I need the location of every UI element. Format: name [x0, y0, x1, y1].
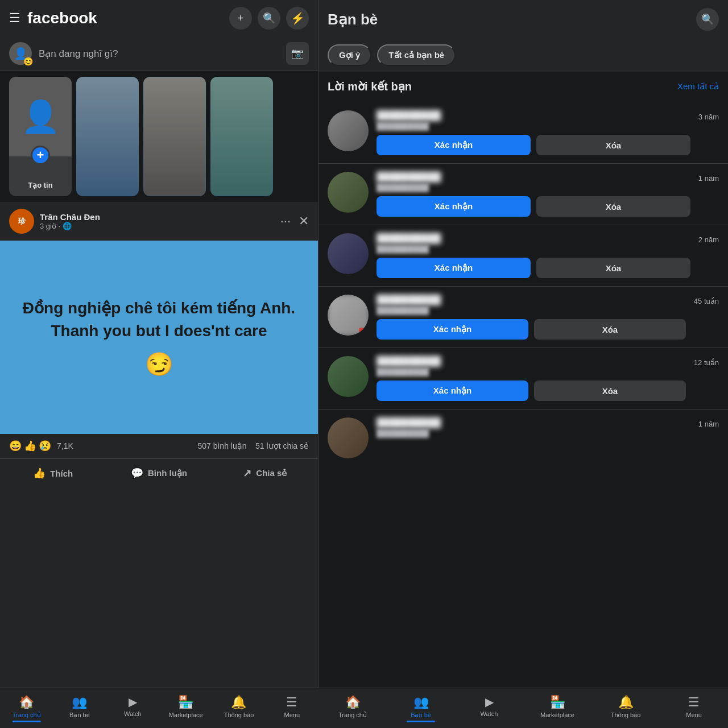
friend-buttons-4: Xác nhận Xóa — [377, 319, 686, 340]
haha-reaction-icon: 😄 — [9, 440, 22, 452]
friend-name-3: ██████████ — [377, 233, 690, 243]
nav-home[interactable]: 🏠 Trang chủ — [0, 692, 53, 722]
add-button[interactable]: + — [229, 7, 252, 30]
delete-button-1[interactable]: Xóa — [536, 135, 690, 155]
separator — [318, 409, 728, 410]
delete-button-2[interactable]: Xóa — [536, 196, 690, 217]
marketplace-label: Marketplace — [540, 712, 574, 718]
friend-time-5: 12 tuần — [694, 356, 719, 367]
share-icon: ↗ — [243, 467, 251, 479]
share-count: 51 lượt chia sẻ — [255, 441, 309, 450]
right-nav-marketplace[interactable]: 🏪 Marketplace — [523, 692, 592, 722]
friend-request-item: 🇻🇳 ██████████ ██████████ Xác nhận Xóa 45… — [318, 289, 728, 345]
separator — [318, 225, 728, 225]
hamburger-icon[interactable]: ☰ — [9, 11, 20, 26]
left-panel: ☰ facebook + 🔍 ⚡ 👤 😊 Bạn đang nghĩ gì? 📷 — [0, 0, 318, 728]
accept-button-1[interactable]: Xác nhận — [377, 135, 531, 155]
post-bar[interactable]: 👤 😊 Bạn đang nghĩ gì? 📷 — [0, 36, 318, 71]
friend-avatar-6 — [328, 417, 369, 458]
accept-button-2[interactable]: Xác nhận — [377, 196, 531, 217]
friends-label: Bạn bè — [411, 712, 431, 719]
friends-search-button[interactable]: 🔍 — [696, 8, 719, 31]
friend-mutual-6: ██████████ — [377, 429, 690, 437]
create-story-button[interactable]: 👤 + Tạo tin — [9, 77, 72, 196]
messenger-button[interactable]: ⚡ — [286, 7, 309, 30]
right-nav-friends[interactable]: 👥 Bạn bè — [387, 692, 455, 722]
menu-label: Menu — [284, 712, 300, 718]
delete-button-3[interactable]: Xóa — [536, 258, 690, 278]
right-panel: Bạn bè 🔍 Gợi ý Tất cả bạn bè Lời mời kết… — [318, 0, 728, 728]
marketplace-icon: 🏪 — [178, 695, 193, 710]
filter-tab-all-friends[interactable]: Tất cả bạn bè — [377, 44, 456, 66]
nav-menu[interactable]: ☰ Menu — [266, 692, 318, 722]
filter-tab-suggestions[interactable]: Gợi ý — [328, 44, 371, 66]
more-options-button[interactable]: ··· — [278, 212, 293, 231]
notifications-icon: 🔔 — [618, 695, 634, 710]
left-header: ☰ facebook + 🔍 ⚡ — [0, 0, 318, 36]
friend-name-4: ██████████ — [377, 295, 686, 305]
active-underline — [13, 721, 41, 722]
friend-requests-list: ██████████ ██████████ Xác nhận Xóa 3 năm… — [318, 105, 728, 728]
friend-avatar-1 — [328, 110, 369, 151]
story-plus-icon: + — [31, 146, 50, 165]
marketplace-icon: 🏪 — [550, 695, 565, 710]
friend-name-5: ██████████ — [377, 356, 686, 366]
stories-row: 👤 + Tạo tin — [0, 71, 318, 202]
friend-avatar-5 — [328, 356, 369, 397]
right-nav-watch[interactable]: ▶ Watch — [455, 692, 523, 722]
post-placeholder[interactable]: Bạn đang nghĩ gì? — [39, 48, 279, 60]
friend-avatar-3 — [328, 233, 369, 274]
user-avatar: 👤 😊 — [9, 42, 32, 65]
friend-request-item: ██████████ ██████████ Xác nhận Xóa 12 tu… — [318, 350, 728, 407]
home-icon: 🏠 — [19, 695, 34, 710]
friends-icon: 👥 — [413, 695, 429, 710]
nav-friends[interactable]: 👥 Bạn bè — [53, 692, 106, 722]
post-stats: 507 bình luận 51 lượt chia sẻ — [197, 441, 309, 450]
accept-button-5[interactable]: Xác nhận — [377, 380, 528, 401]
camera-button[interactable]: 📷 — [286, 42, 309, 65]
home-label: Trang chủ — [338, 712, 367, 719]
right-nav-home[interactable]: 🏠 Trang chủ — [318, 692, 387, 722]
nav-notifications[interactable]: 🔔 Thông báo — [212, 692, 265, 722]
watch-label: Watch — [481, 710, 498, 717]
like-label: Thích — [50, 469, 73, 478]
nav-marketplace[interactable]: 🏪 Marketplace — [159, 692, 212, 722]
delete-button-5[interactable]: Xóa — [534, 380, 686, 401]
search-button[interactable]: 🔍 — [258, 7, 280, 30]
friend-mutual-3: ██████████ — [377, 245, 690, 253]
story-avatar-bg: 👤 — [9, 77, 72, 156]
nav-watch[interactable]: ▶ Watch — [106, 692, 159, 722]
accept-button-4[interactable]: Xác nhận — [377, 319, 528, 340]
menu-icon: ☰ — [688, 695, 700, 710]
notifications-label: Thông báo — [611, 712, 641, 718]
friend-time-2: 1 năm — [698, 172, 719, 183]
comment-button[interactable]: 💬 Bình luận — [106, 461, 212, 485]
friend-time-4: 45 tuần — [694, 295, 719, 305]
menu-label: Menu — [686, 712, 702, 718]
right-bottom-nav: 🏠 Trang chủ 👥 Bạn bè ▶ Watch 🏪 Marketpla… — [318, 688, 728, 728]
like-button[interactable]: 👍 Thích — [0, 461, 106, 485]
filter-tabs: Gợi ý Tất cả bạn bè — [318, 39, 728, 72]
friend-mutual-5: ██████████ — [377, 367, 686, 376]
friend-mutual-2: ██████████ — [377, 183, 690, 192]
post-author-avatar: 珍 — [9, 209, 34, 234]
separator — [318, 348, 728, 348]
delete-button-4[interactable]: Xóa — [534, 319, 686, 340]
friend-name-6: ██████████ — [377, 417, 690, 428]
friend-mutual-1: ██████████ — [377, 122, 690, 130]
share-button[interactable]: ↗ Chia sẻ — [212, 461, 318, 485]
friend-info-4: ██████████ ██████████ Xác nhận Xóa — [377, 295, 686, 340]
post-reactions: 😄 👍 😢 7,1K 507 bình luận 51 lượt chia sẻ — [0, 434, 318, 458]
close-post-button[interactable]: ✕ — [299, 214, 309, 229]
post-time: 3 giờ · 🌐 — [40, 222, 272, 230]
right-nav-notifications[interactable]: 🔔 Thông báo — [592, 692, 660, 722]
right-nav-menu[interactable]: ☰ Menu — [660, 692, 728, 722]
story-item-2[interactable] — [143, 77, 206, 196]
like-icon: 👍 — [33, 467, 46, 479]
accept-button-3[interactable]: Xác nhận — [377, 258, 531, 278]
home-icon: 🏠 — [345, 695, 361, 710]
story-item-3[interactable] — [210, 77, 273, 196]
see-all-button[interactable]: Xem tất cả — [677, 81, 719, 92]
story-item-1[interactable] — [76, 77, 139, 196]
friend-request-item: ██████████ ██████████ 1 năm — [318, 412, 728, 464]
